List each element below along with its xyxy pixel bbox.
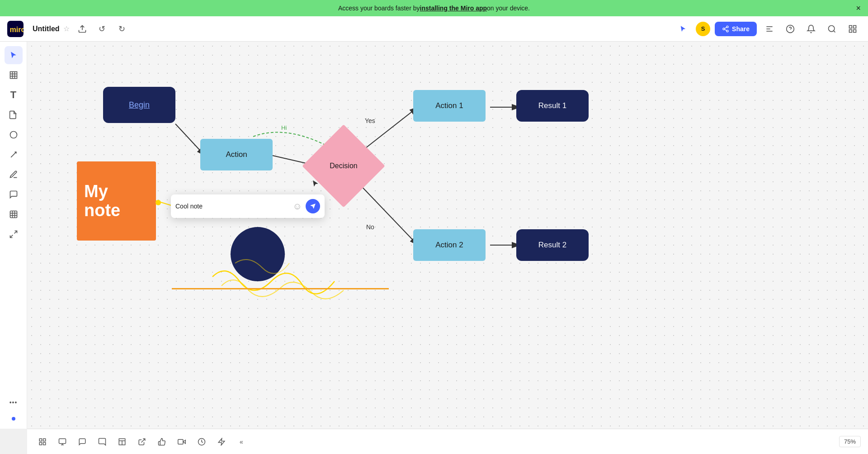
zoom-label[interactable]: 75% bbox=[839, 436, 861, 447]
svg-text:Yes: Yes bbox=[365, 117, 375, 124]
settings-button[interactable] bbox=[761, 21, 778, 37]
svg-line-12 bbox=[834, 30, 835, 32]
svg-line-29 bbox=[14, 231, 17, 234]
bottom-tool-thumbsup[interactable] bbox=[154, 434, 170, 450]
comment-input[interactable] bbox=[175, 203, 289, 210]
header-right: S Share bbox=[675, 21, 861, 37]
svg-point-2 bbox=[726, 26, 728, 28]
svg-rect-14 bbox=[854, 25, 856, 28]
svg-point-11 bbox=[829, 25, 835, 31]
result2-node[interactable]: Result 2 bbox=[516, 229, 589, 261]
sidebar-tool-pen[interactable] bbox=[5, 166, 23, 184]
sidebar-tool-embed[interactable] bbox=[5, 225, 23, 243]
svg-rect-48 bbox=[59, 439, 66, 444]
svg-rect-55 bbox=[178, 439, 183, 444]
svg-rect-44 bbox=[39, 439, 42, 441]
bottom-tool-present[interactable] bbox=[54, 434, 71, 450]
sidebar-tool-table[interactable] bbox=[5, 66, 23, 84]
bottom-tool-table[interactable] bbox=[114, 434, 130, 450]
sidebar-tool-comment[interactable] bbox=[5, 185, 23, 203]
cursor-mode-button[interactable] bbox=[675, 21, 691, 37]
bottom-tool-video[interactable] bbox=[174, 434, 190, 450]
begin-node[interactable]: Begin bbox=[103, 87, 175, 123]
svg-point-43 bbox=[231, 227, 285, 281]
miro-logo-icon: miro bbox=[7, 21, 24, 37]
upload-button[interactable] bbox=[75, 22, 90, 36]
banner-close-button[interactable]: × bbox=[856, 4, 861, 13]
action-node[interactable]: Action bbox=[200, 139, 273, 170]
sidebar-tool-sticky-note[interactable] bbox=[5, 106, 23, 124]
miro-logo[interactable]: miro bbox=[7, 21, 24, 37]
orange-line bbox=[172, 288, 389, 289]
share-button[interactable]: Share bbox=[715, 22, 757, 36]
banner-text-after: on your device. bbox=[487, 5, 530, 12]
result1-node[interactable]: Result 1 bbox=[516, 90, 589, 122]
sidebar-tool-text[interactable]: T bbox=[5, 86, 23, 104]
sidebar-tool-more[interactable]: ••• bbox=[5, 393, 23, 411]
svg-line-30 bbox=[10, 235, 13, 238]
board-title[interactable]: Untitled bbox=[33, 25, 60, 33]
svg-point-22 bbox=[10, 132, 17, 138]
svg-marker-54 bbox=[183, 440, 185, 444]
comment-popup: ☺ bbox=[171, 194, 325, 218]
star-icon[interactable]: ☆ bbox=[63, 24, 70, 33]
svg-rect-13 bbox=[849, 25, 852, 28]
action2-node[interactable]: Action 2 bbox=[413, 229, 486, 261]
sticky-dot-connector bbox=[156, 200, 161, 205]
bottom-tool-lightning[interactable] bbox=[213, 434, 230, 450]
svg-line-37 bbox=[357, 182, 418, 245]
user-avatar[interactable]: S bbox=[696, 22, 710, 36]
bottom-tool-comment[interactable] bbox=[74, 434, 90, 450]
svg-text:miro: miro bbox=[9, 25, 24, 33]
sidebar-tool-frame[interactable] bbox=[5, 205, 23, 223]
bottom-tool-collapse[interactable]: « bbox=[233, 434, 250, 450]
svg-rect-17 bbox=[10, 72, 17, 79]
svg-line-5 bbox=[725, 29, 727, 31]
svg-rect-46 bbox=[39, 442, 42, 445]
install-banner: Access your boards faster by installing … bbox=[0, 0, 868, 16]
canvas[interactable]: Yes No Hi Begin Action Decision Action 1… bbox=[27, 42, 868, 429]
svg-line-6 bbox=[725, 27, 727, 28]
svg-text:No: No bbox=[366, 223, 374, 231]
svg-rect-45 bbox=[43, 439, 46, 441]
left-sidebar: T ••• bbox=[0, 42, 27, 429]
sidebar-active-dot bbox=[12, 417, 15, 421]
bottom-tool-grid[interactable] bbox=[34, 434, 51, 450]
header: miro Untitled ☆ ↺ ↻ S Share bbox=[0, 16, 868, 42]
title-area: Untitled ☆ bbox=[33, 24, 70, 33]
svg-point-3 bbox=[723, 28, 725, 30]
search-button[interactable] bbox=[824, 21, 840, 37]
bottom-tool-timer[interactable] bbox=[193, 434, 210, 450]
bottom-tool-chat[interactable] bbox=[94, 434, 110, 450]
scribble-svg bbox=[199, 218, 353, 313]
bottom-tool-export[interactable] bbox=[134, 434, 150, 450]
svg-rect-16 bbox=[854, 29, 856, 32]
notifications-button[interactable] bbox=[803, 21, 819, 37]
menu-button[interactable] bbox=[844, 21, 861, 37]
bottom-toolbar: « 75% bbox=[27, 429, 868, 454]
drawing-area bbox=[199, 218, 353, 313]
undo-button[interactable]: ↺ bbox=[95, 22, 109, 36]
banner-link[interactable]: installing the Miro app bbox=[420, 5, 487, 12]
help-button[interactable] bbox=[782, 21, 798, 37]
action1-node[interactable]: Action 1 bbox=[413, 90, 486, 122]
emoji-button[interactable]: ☺ bbox=[293, 201, 302, 212]
comment-send-button[interactable] bbox=[306, 199, 320, 213]
sidebar-tool-line[interactable] bbox=[5, 146, 23, 164]
svg-line-23 bbox=[11, 152, 16, 157]
sticky-note[interactable]: My note bbox=[77, 161, 156, 241]
svg-rect-47 bbox=[43, 442, 46, 445]
sidebar-tool-select[interactable] bbox=[5, 46, 23, 64]
sidebar-tool-shape[interactable] bbox=[5, 126, 23, 144]
redo-button[interactable]: ↻ bbox=[115, 22, 129, 36]
svg-text:Hi: Hi bbox=[281, 124, 287, 131]
svg-point-4 bbox=[726, 30, 728, 32]
banner-text-before: Access your boards faster by bbox=[338, 5, 420, 12]
svg-rect-24 bbox=[10, 211, 17, 218]
svg-marker-57 bbox=[218, 438, 225, 445]
begin-link[interactable]: Begin bbox=[129, 100, 150, 110]
svg-rect-15 bbox=[849, 29, 852, 32]
